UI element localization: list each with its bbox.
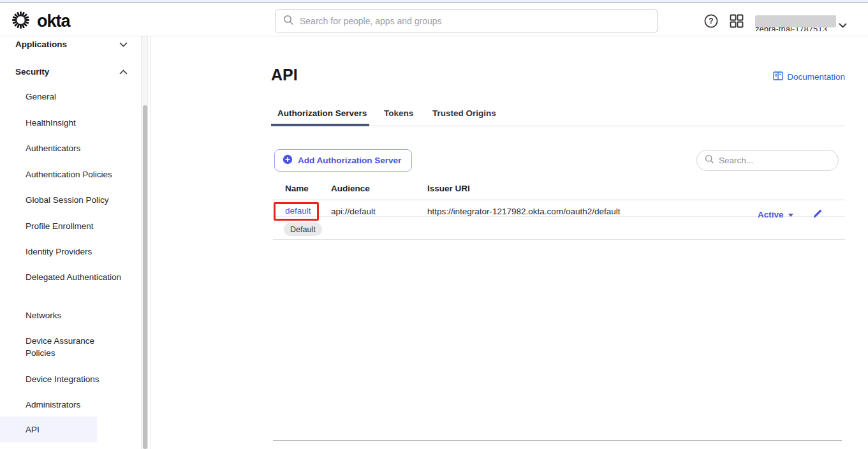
sidebar-item-profile-enrollment[interactable]: Profile Enrollment [26,220,94,232]
sidebar-item-authenticators[interactable]: Authenticators [26,142,80,154]
svg-text:?: ? [709,17,713,26]
sidebar-item-authentication-policies[interactable]: Authentication Policies [26,168,112,180]
caret-down-icon [788,214,793,217]
add-authorization-server-button[interactable]: Add Authorization Server [274,149,412,172]
search-icon [283,15,294,28]
sidebar-section-label: Security [15,67,49,77]
chevron-up-icon [119,67,128,77]
okta-logo-text: okta [37,11,70,31]
sidebar-item-device-integrations[interactable]: Device Integrations [26,373,99,385]
default-badge: Default [284,223,322,236]
documentation-link[interactable]: Documentation [773,71,845,82]
tab-trusted-origins[interactable]: Trusted Origins [432,108,496,118]
documentation-label: Documentation [787,72,845,82]
sidebar-item-device-assurance-policies[interactable]: Device Assurance Policies [26,335,122,359]
sidebar-section-applications[interactable]: Applications [15,37,128,51]
chevron-down-icon[interactable] [839,19,847,31]
topbar: okta ? zebra-thal-1787513 [0,3,868,36]
table-row-divider [273,239,845,240]
pencil-icon[interactable] [812,209,823,219]
tab-tokens[interactable]: Tokens [384,108,413,118]
global-search-input[interactable] [300,16,649,26]
status-label: Active [758,210,784,219]
sidebar-item-administrators[interactable]: Administrators [26,399,80,411]
user-menu[interactable]: zebra-thal-1787513 [755,14,836,32]
sidebar-item-api[interactable]: API [0,416,97,442]
search-icon [705,154,714,166]
chevron-down-icon [119,40,128,49]
okta-sunburst-icon [10,10,31,33]
sidebar-section-security[interactable]: Security [15,64,128,78]
table-header-divider [273,200,845,200]
table-search[interactable] [696,150,839,171]
sidebar: Applications Security General HealthInsi… [0,36,151,449]
column-header-issuer-uri: Issuer URI [427,184,470,193]
active-tab-underline [271,124,369,126]
book-icon [773,71,783,82]
page-title: API [271,66,298,84]
top-accent-strip [0,0,868,3]
status-dropdown[interactable]: Active [758,210,793,219]
sidebar-item-delegated-authentication[interactable]: Delegated Authentication [26,271,121,283]
plus-circle-icon [283,154,293,166]
add-button-label: Add Authorization Server [298,156,401,165]
sidebar-scrollbar-thumb[interactable] [143,105,147,449]
sidebar-item-identity-providers[interactable]: Identity Providers [26,246,92,258]
user-name-redacted [755,15,836,27]
tab-authorization-servers[interactable]: Authorization Servers [277,108,367,118]
apps-grid-icon[interactable] [729,13,744,29]
table-search-input[interactable] [719,156,832,165]
auth-server-name-link[interactable]: default [285,206,311,216]
main-area: API Documentation Authorization Servers … [152,36,868,449]
help-icon[interactable]: ? [703,13,719,29]
column-header-name: Name [285,184,309,193]
column-header-audience: Audience [331,184,370,193]
sidebar-item-general[interactable]: General [26,91,56,103]
sidebar-scrollbar-track[interactable] [141,36,148,449]
sidebar-item-networks[interactable]: Networks [26,309,61,321]
sidebar-item-healthinsight[interactable]: HealthInsight [26,117,76,129]
sidebar-item-global-session-policy[interactable]: Global Session Policy [26,194,109,206]
sidebar-section-label: Applications [15,40,67,49]
auth-server-issuer-uri: https://integrator-1217982.okta.com/oaut… [427,207,620,216]
global-search[interactable] [275,9,658,33]
content-bottom-divider [273,440,842,441]
auth-server-audience: api://default [331,207,376,216]
okta-logo[interactable]: okta [10,10,70,33]
